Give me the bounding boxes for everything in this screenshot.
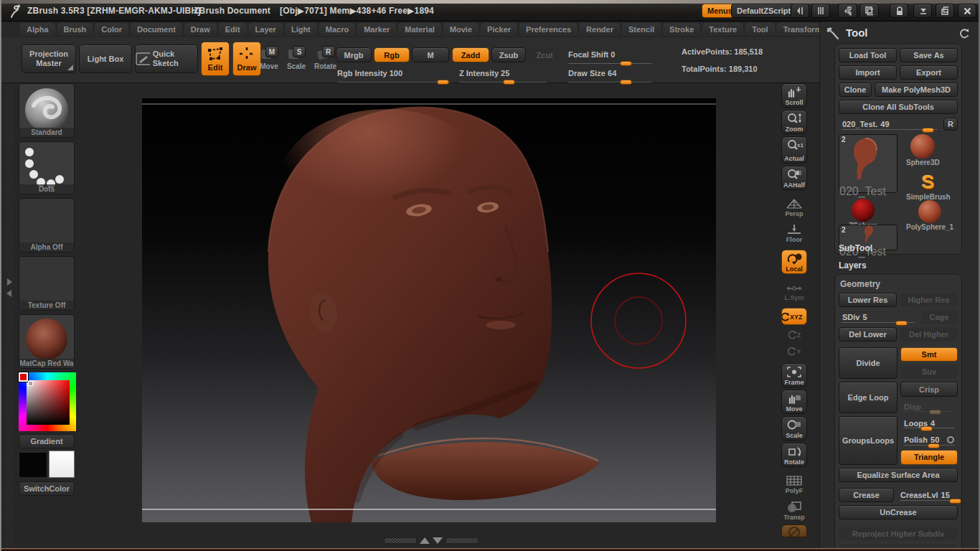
z-rotate-toggle[interactable]: Z — [781, 327, 807, 342]
disp-handle[interactable] — [929, 410, 941, 415]
color-picker[interactable] — [19, 372, 76, 431]
import-button[interactable]: Import — [839, 65, 897, 80]
transp-toggle[interactable]: Transp — [781, 498, 807, 522]
zadd-toggle[interactable]: Zadd — [452, 47, 489, 62]
document-canvas[interactable] — [142, 98, 716, 522]
tool-item-polysphere[interactable]: PolySphere_1 — [906, 200, 953, 231]
move-panel-left-button[interactable] — [838, 4, 857, 18]
lock-button[interactable] — [890, 4, 908, 18]
smt-toggle[interactable]: Smt — [900, 347, 958, 362]
light-box-button[interactable]: Light Box — [79, 44, 132, 73]
divider-arrow-left[interactable] — [6, 290, 11, 297]
sv-cursor[interactable] — [28, 381, 33, 386]
ghost-toggle[interactable] — [781, 524, 807, 537]
main-color-swatch[interactable] — [19, 452, 47, 478]
scroll-shelf-left-button[interactable] — [791, 4, 809, 18]
suv-toggle[interactable]: Suv — [900, 364, 958, 379]
alpha-thumb[interactable]: Alpha Off — [19, 198, 75, 253]
current-brush-thumb[interactable]: Standard — [19, 83, 75, 138]
clone-button[interactable]: Clone — [839, 83, 872, 97]
left-tray-divider[interactable] — [6, 85, 14, 547]
sdiv-handle[interactable] — [895, 321, 908, 326]
edge-loop-button[interactable]: Edge Loop — [839, 382, 897, 413]
m-toggle[interactable]: M — [412, 47, 449, 62]
menu-stencil[interactable]: Stencil — [622, 23, 661, 35]
focal-shift-slider[interactable]: Focal Shift 0 — [568, 47, 651, 64]
zsub-toggle[interactable]: Zsub — [491, 47, 526, 62]
secondary-color-swatch[interactable] — [49, 451, 75, 478]
menu-macro[interactable]: Macro — [319, 23, 355, 35]
save-as-button[interactable]: Save As — [900, 48, 958, 62]
zcut-toggle[interactable]: Zcut — [528, 47, 561, 62]
menu-alpha[interactable]: Alpha — [20, 23, 55, 35]
xyz-rotate-toggle[interactable]: XYZ — [781, 308, 807, 325]
menu-marker[interactable]: Marker — [357, 23, 396, 35]
draw-size-handle[interactable] — [620, 80, 632, 85]
scale-mode-button[interactable]: S Scale — [287, 46, 306, 70]
menu-render[interactable]: Render — [580, 23, 620, 35]
polish-slider[interactable]: Polish50 — [900, 433, 958, 446]
y-rotate-toggle[interactable]: Y — [781, 344, 807, 358]
divider-arrow-right[interactable] — [7, 278, 12, 286]
restore-button[interactable] — [936, 4, 954, 18]
crease-button[interactable]: Crease — [839, 488, 894, 502]
uncrease-button[interactable]: UnCrease — [839, 505, 958, 519]
lower-res-button[interactable]: Lower Res — [839, 293, 897, 307]
polyf-toggle[interactable]: PolyF — [781, 472, 807, 496]
tool-select-slider[interactable]: 020_Test.49 — [839, 117, 941, 131]
current-stroke-thumb[interactable]: Dots — [19, 141, 75, 194]
menu-light[interactable]: Light — [285, 23, 317, 35]
scroll-up-arrow[interactable] — [420, 537, 430, 544]
z-intensity-slider[interactable]: Z Intensity 25 — [459, 66, 547, 83]
switch-color-button[interactable]: SwitchColor — [19, 481, 75, 496]
tool-item-sphere3d[interactable]: Sphere3D — [906, 134, 940, 166]
actual-size-button[interactable]: x1 Actual — [781, 136, 807, 164]
sv-square[interactable] — [27, 380, 70, 425]
canvas-h-scrollbar[interactable] — [384, 536, 479, 545]
del-lower-button[interactable]: Del Lower — [839, 327, 897, 342]
mrgb-toggle[interactable]: Mrgb — [336, 47, 372, 62]
equalize-surface-area-button[interactable]: Equalize Surface Area — [839, 468, 958, 482]
export-button[interactable]: Export — [900, 65, 958, 80]
menu-preferences[interactable]: Preferences — [519, 23, 578, 35]
tool-palette-header[interactable]: Tool — [820, 24, 980, 43]
polish-mode-toggle[interactable] — [947, 436, 954, 443]
cage-button[interactable]: Cage — [920, 310, 958, 324]
sdiv-slider[interactable]: SDiv5 — [839, 310, 918, 324]
rgb-intensity-handle[interactable] — [437, 80, 449, 85]
aahalf-button[interactable]: AAHalf — [781, 166, 807, 190]
minimize-button[interactable] — [913, 4, 932, 18]
tool-item-simplebrush[interactable]: S SimpleBrush — [906, 171, 951, 201]
projection-master-button[interactable]: Projection Master — [22, 44, 76, 73]
menu-movie[interactable]: Movie — [443, 23, 479, 35]
menu-stroke[interactable]: Stroke — [663, 23, 700, 35]
menu-draw[interactable]: Draw — [184, 23, 217, 35]
disp-slider[interactable]: Disp — [900, 400, 958, 413]
make-polymesh3d-button[interactable]: Make PolyMesh3D — [875, 83, 958, 97]
r-button[interactable]: R — [943, 118, 958, 131]
menu-edit[interactable]: Edit — [219, 23, 247, 35]
polish-handle[interactable] — [928, 443, 940, 448]
focal-shift-handle[interactable] — [620, 61, 632, 66]
layers-section-header[interactable]: Layers — [834, 258, 962, 273]
restore-config-icon[interactable] — [958, 28, 970, 39]
clone-all-subtools-button[interactable]: Clone All SubTools — [839, 100, 958, 114]
rotate-3d-button[interactable]: Rotate — [781, 443, 807, 467]
crease-lvl-handle[interactable] — [949, 499, 961, 504]
menu-picker[interactable]: Picker — [481, 23, 517, 35]
gradient-button[interactable]: Gradient — [19, 434, 75, 448]
higher-res-button[interactable]: Higher Res — [900, 293, 958, 307]
edit-button[interactable]: Edit — [201, 42, 230, 76]
menu-color[interactable]: Color — [95, 23, 128, 35]
scroll-shelf-right-button[interactable] — [811, 4, 830, 18]
menu-brush[interactable]: Brush — [57, 23, 93, 35]
reproject-higher-subdiv-button[interactable]: Reproject Higher Subdiv — [839, 527, 958, 541]
texture-thumb[interactable]: Texture Off — [19, 256, 75, 311]
persp-toggle[interactable]: Persp — [781, 195, 807, 219]
rgb-intensity-slider[interactable]: Rgb Intensity 100 — [337, 66, 451, 83]
tool-select-handle[interactable] — [922, 128, 934, 133]
scroll-grip-right[interactable] — [446, 537, 479, 544]
scale-3d-button[interactable]: Scale — [781, 416, 807, 441]
quick-sketch-button[interactable]: Quick Sketch — [135, 44, 198, 73]
rotate-mode-button[interactable]: R Rotate — [314, 46, 336, 70]
